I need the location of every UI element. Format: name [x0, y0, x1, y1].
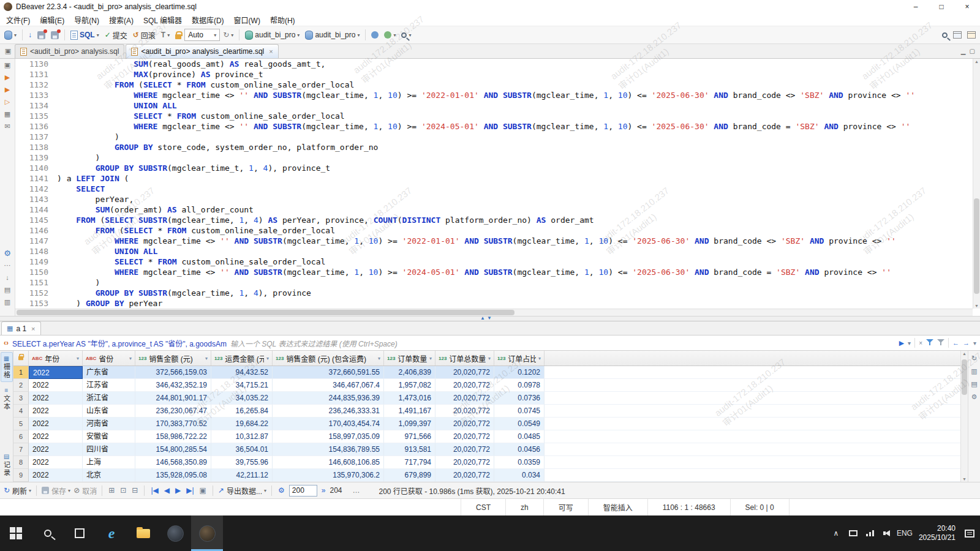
code-line[interactable]: 1148 UNION ALL — [15, 246, 973, 257]
grid-cell[interactable]: 16,265.84 — [211, 405, 273, 418]
menu-item[interactable]: 导航(N) — [69, 15, 104, 25]
results-side-tab[interactable]: ≡文本 — [1, 384, 13, 413]
grid-header-cell[interactable]: 123运费金额 (元)▾ — [211, 351, 273, 365]
mail-export-icon[interactable]: ✉ — [4, 122, 10, 130]
refresh-button[interactable]: ↻刷新 — [4, 485, 27, 496]
results-side-tab[interactable]: ▤记录 — [1, 451, 13, 479]
row-number-cell[interactable]: 1 — [13, 366, 29, 379]
taskbar-app-button[interactable] — [159, 515, 191, 551]
minimize-view-icon[interactable]: ▁ — [961, 48, 966, 54]
grid-cell[interactable]: 42,211.12 — [211, 469, 273, 482]
tray-chevron-icon[interactable]: ∧ — [828, 529, 844, 538]
grid-cell[interactable]: 0.0456 — [494, 443, 545, 456]
editor-tab-analysis-cleartime[interactable]: <audit_bi_pro> analysis_cleartime.sql × — [126, 44, 278, 58]
splitter-grip-icon[interactable]: ▲▼ — [480, 315, 494, 321]
code-line[interactable]: 1150 WHERE mgclear_time <> '' AND SUBSTR… — [15, 267, 973, 277]
start-button[interactable] — [0, 515, 32, 551]
code-line[interactable]: 1139 ) — [15, 152, 973, 163]
scroll-up-icon[interactable]: ▲ — [961, 351, 968, 356]
save-all-button[interactable] — [48, 30, 61, 40]
row-number-cell[interactable]: 6 — [13, 430, 29, 443]
column-filter-caret-icon[interactable]: ▾ — [266, 356, 269, 361]
grid-cell[interactable]: 上海 — [83, 456, 135, 469]
code-line[interactable]: 1140 GROUP BY SUBSTR(mgclear_time_t, 1, … — [15, 163, 973, 173]
code-line[interactable]: 1132 FROM (SELECT * FROM custom_online_s… — [15, 80, 973, 90]
grid-cell[interactable]: 154,800,285.54 — [135, 443, 211, 456]
grid-cell[interactable]: 346,432,352.19 — [135, 379, 211, 392]
scrollbar-thumb[interactable] — [17, 310, 514, 315]
more-icon[interactable]: … — [353, 486, 360, 495]
save-button[interactable] — [35, 30, 48, 40]
taskbar-search-button[interactable] — [32, 515, 64, 551]
save-caret-icon[interactable]: ▾ — [68, 488, 70, 493]
log-file-icon[interactable]: ▥ — [4, 298, 10, 306]
grid-header-cell[interactable]: ABC省份▾ — [83, 351, 135, 365]
editor-hscrollbar[interactable] — [15, 309, 973, 316]
maximize-button[interactable]: □ — [929, 0, 954, 13]
grid-cell[interactable]: 372,660,591.55 — [273, 366, 384, 379]
minimize-button[interactable]: – — [903, 0, 929, 13]
column-filter-caret-icon[interactable]: ▾ — [205, 356, 208, 361]
save-result-button[interactable]: 保存 — [42, 485, 66, 496]
taskbar-clock[interactable]: 20:40 2025/10/21 — [914, 524, 960, 542]
grid-corner-cell[interactable] — [13, 351, 29, 365]
fetch-segment-icon[interactable]: » — [320, 486, 327, 495]
grid-cell[interactable]: 2022 — [29, 418, 83, 430]
nav-back-icon[interactable]: ← — [952, 339, 959, 347]
code-line[interactable]: 1142 SELECT — [15, 184, 973, 194]
code-line[interactable]: 1135 SELECT * FROM custom_online_sale_or… — [15, 111, 973, 121]
grid-cell[interactable]: 1,957,082 — [384, 379, 435, 392]
row-number-cell[interactable]: 3 — [13, 392, 29, 405]
grid-header-cell[interactable]: 123订单数量▾ — [384, 351, 435, 365]
tab-close-icon[interactable]: × — [269, 48, 273, 55]
filter-input[interactable]: 输入一个 SQL 表达式来过滤结果 (使用 Ctrl+Space) — [230, 338, 895, 348]
code-line[interactable]: 1137 ) — [15, 132, 973, 142]
grid-cell[interactable]: 913,581 — [384, 443, 435, 456]
cancel-button[interactable]: ⊘取消 — [74, 485, 97, 496]
export-data-button[interactable]: ↗导出数据... — [218, 485, 262, 496]
transaction-combo[interactable]: Auto▾ — [184, 29, 220, 41]
menu-item[interactable]: 数据库(D) — [187, 15, 229, 25]
new-sql-editor-button[interactable]: SQL▾ — [68, 29, 102, 41]
calc-panel-icon[interactable]: ▤ — [971, 380, 977, 388]
editor-vscrollbar[interactable]: ▲ ▼ — [973, 59, 980, 309]
code-line[interactable]: 1143 perYear, — [15, 194, 973, 204]
result-tab-close-icon[interactable]: × — [31, 325, 35, 332]
column-filter-caret-icon[interactable]: ▾ — [77, 356, 79, 361]
filter-history-caret-icon[interactable]: ▾ — [908, 340, 911, 347]
grid-cell[interactable]: 20,020,772 — [435, 443, 494, 456]
grid-cell[interactable]: 34,715.21 — [211, 379, 273, 392]
grid-cell[interactable]: 0.034 — [494, 469, 545, 482]
maximize-view-icon[interactable]: ▢ — [970, 48, 975, 54]
grid-cell[interactable]: 971,566 — [384, 430, 435, 443]
last-page-icon[interactable]: ▶| — [185, 486, 195, 495]
grid-cell[interactable]: 346,467,067.4 — [273, 379, 384, 392]
grid-cell[interactable]: 2022 — [29, 405, 83, 418]
grid-cell[interactable]: 10,312.87 — [211, 430, 273, 443]
grid-header-cell[interactable]: 123销售金额 (元) (包含运费)▾ — [273, 351, 384, 365]
first-page-icon[interactable]: |◀ — [149, 486, 159, 495]
grid-cell[interactable]: 20,020,772 — [435, 456, 494, 469]
grid-cell[interactable]: 170,383,770.52 — [135, 418, 211, 430]
grid-vscrollbar[interactable]: ▲ ▼ — [960, 351, 968, 482]
code-line[interactable]: 1138 GROUP BY store_code, system_order_n… — [15, 142, 973, 152]
prev-page-icon[interactable]: ◀ — [163, 486, 171, 495]
taskbar-explorer-button[interactable] — [127, 515, 159, 551]
grid-cell[interactable]: 1,099,397 — [384, 418, 435, 430]
filter-settings-button[interactable] — [937, 339, 944, 347]
fetch-size-input[interactable] — [289, 485, 317, 497]
close-button[interactable]: × — [954, 0, 980, 13]
grid-cell[interactable]: 浙江省 — [83, 392, 135, 405]
grid-cell[interactable]: 244,835,936.39 — [273, 392, 384, 405]
grid-cell[interactable]: 0.1202 — [494, 366, 545, 379]
grid-cell[interactable]: 广东省 — [83, 366, 135, 379]
code-line[interactable]: 1146 FROM (SELECT * FROM custom_online_s… — [15, 225, 973, 236]
grid-cell[interactable]: 2,406,839 — [384, 366, 435, 379]
menu-item[interactable]: 文件(F) — [1, 15, 35, 25]
grid-cell[interactable]: 158,997,035.09 — [273, 430, 384, 443]
code-line[interactable]: 1152 GROUP BY SUBSTR(mgclear_time, 1, 4)… — [15, 288, 973, 298]
menu-item[interactable]: SQL 编辑器 — [138, 15, 187, 25]
more-options-icon[interactable]: ⋯ — [4, 261, 11, 269]
column-filter-caret-icon[interactable]: ▾ — [488, 356, 491, 361]
row-number-cell[interactable]: 2 — [13, 379, 29, 392]
